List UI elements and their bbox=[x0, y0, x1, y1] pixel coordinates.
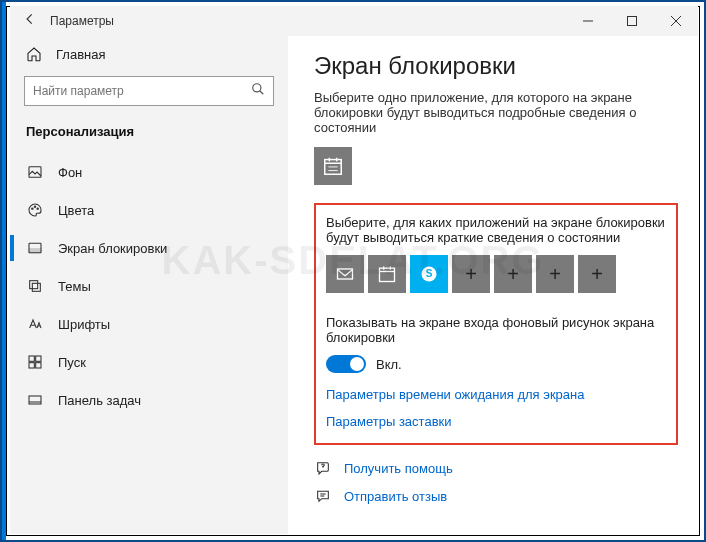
plus-icon: + bbox=[465, 263, 477, 286]
quick-status-tile-mail[interactable] bbox=[326, 255, 364, 293]
svg-rect-18 bbox=[29, 396, 41, 404]
svg-rect-12 bbox=[30, 281, 38, 289]
home-label: Главная bbox=[56, 47, 105, 62]
feedback-icon bbox=[314, 487, 332, 505]
show-lockscreen-bg-toggle[interactable] bbox=[326, 355, 366, 373]
sidebar-item-label: Шрифты bbox=[58, 317, 110, 332]
svg-rect-27 bbox=[380, 268, 395, 281]
home-icon bbox=[26, 46, 42, 62]
get-help-link[interactable]: Получить помощь bbox=[314, 459, 678, 477]
toggle-knob bbox=[350, 357, 364, 371]
sidebar-item-background[interactable]: Фон bbox=[10, 153, 288, 191]
sidebar-item-label: Цвета bbox=[58, 203, 94, 218]
themes-icon bbox=[26, 277, 44, 295]
help-icon bbox=[314, 459, 332, 477]
feedback-link[interactable]: Отправить отзыв bbox=[314, 487, 678, 505]
sidebar-item-colors[interactable]: Цвета bbox=[10, 191, 288, 229]
svg-rect-26 bbox=[338, 269, 353, 279]
sidebar: Главная Персонализация bbox=[10, 36, 288, 534]
lockscreen-icon bbox=[26, 239, 44, 257]
sidebar-item-label: Панель задач bbox=[58, 393, 141, 408]
sidebar-item-start[interactable]: Пуск bbox=[10, 343, 288, 381]
sidebar-item-taskbar[interactable]: Панель задач bbox=[10, 381, 288, 419]
back-button[interactable] bbox=[10, 12, 50, 30]
calendar-icon bbox=[377, 264, 397, 284]
toggle-state: Вкл. bbox=[376, 357, 402, 372]
svg-text:S: S bbox=[426, 268, 433, 279]
search-box[interactable] bbox=[24, 76, 274, 106]
start-icon bbox=[26, 353, 44, 371]
screensaver-link[interactable]: Параметры заставки bbox=[326, 414, 666, 429]
toggle-label: Показывать на экране входа фоновый рисун… bbox=[326, 315, 666, 345]
sidebar-item-lockscreen[interactable]: Экран блокировки bbox=[10, 229, 288, 267]
quick-status-add-tile[interactable]: + bbox=[578, 255, 616, 293]
svg-point-9 bbox=[37, 208, 38, 209]
quick-status-tile-calendar[interactable] bbox=[368, 255, 406, 293]
plus-icon: + bbox=[549, 263, 561, 286]
close-button[interactable] bbox=[654, 6, 698, 36]
svg-point-7 bbox=[32, 208, 33, 209]
calendar-icon bbox=[322, 155, 344, 177]
sidebar-item-fonts[interactable]: Шрифты bbox=[10, 305, 288, 343]
sidebar-item-label: Фон bbox=[58, 165, 82, 180]
plus-icon: + bbox=[507, 263, 519, 286]
svg-point-4 bbox=[253, 84, 261, 92]
quick-status-add-tile[interactable]: + bbox=[536, 255, 574, 293]
detailed-status-app-tile[interactable] bbox=[314, 147, 352, 185]
svg-point-8 bbox=[34, 206, 35, 207]
search-icon bbox=[251, 82, 265, 100]
sidebar-item-label: Пуск bbox=[58, 355, 86, 370]
maximize-button[interactable] bbox=[610, 6, 654, 36]
minimize-button[interactable] bbox=[566, 6, 610, 36]
sidebar-item-themes[interactable]: Темы bbox=[10, 267, 288, 305]
mail-icon bbox=[335, 264, 355, 284]
sidebar-item-label: Темы bbox=[58, 279, 91, 294]
skype-icon: S bbox=[419, 264, 439, 284]
page-heading: Экран блокировки bbox=[314, 52, 678, 80]
home-button[interactable]: Главная bbox=[10, 36, 288, 76]
quick-status-description: Выберите, для каких приложений на экране… bbox=[326, 215, 666, 245]
quick-status-tiles: S++++ bbox=[326, 255, 666, 293]
svg-rect-13 bbox=[32, 283, 40, 291]
quick-status-add-tile[interactable]: + bbox=[452, 255, 490, 293]
annotation-highlight: Выберите, для каких приложений на экране… bbox=[314, 203, 678, 445]
quick-status-tile-skype[interactable]: S bbox=[410, 255, 448, 293]
svg-line-5 bbox=[260, 91, 264, 95]
window-title: Параметры bbox=[50, 14, 114, 28]
svg-rect-16 bbox=[29, 363, 34, 368]
feedback-label: Отправить отзыв bbox=[344, 489, 447, 504]
window-accent-border bbox=[2, 2, 6, 540]
sidebar-item-label: Экран блокировки bbox=[58, 241, 167, 256]
fonts-icon bbox=[26, 315, 44, 333]
get-help-label: Получить помощь bbox=[344, 461, 453, 476]
section-title: Персонализация bbox=[10, 120, 288, 153]
quick-status-add-tile[interactable]: + bbox=[494, 255, 532, 293]
picture-icon bbox=[26, 163, 44, 181]
svg-rect-17 bbox=[36, 363, 41, 368]
taskbar-icon bbox=[26, 391, 44, 409]
palette-icon bbox=[26, 201, 44, 219]
search-input[interactable] bbox=[33, 84, 251, 98]
main-content: Экран блокировки Выберите одно приложени… bbox=[288, 36, 698, 534]
svg-rect-6 bbox=[29, 167, 41, 178]
plus-icon: + bbox=[591, 263, 603, 286]
svg-rect-1 bbox=[628, 17, 637, 26]
screen-timeout-link[interactable]: Параметры времени ожидания для экрана bbox=[326, 387, 666, 402]
detailed-status-description: Выберите одно приложение, для которого н… bbox=[314, 90, 678, 135]
sidebar-nav: Фон Цвета Экран блокировки bbox=[10, 153, 288, 419]
svg-rect-15 bbox=[36, 356, 41, 361]
svg-rect-11 bbox=[29, 249, 41, 253]
svg-rect-14 bbox=[29, 356, 34, 361]
titlebar: Параметры bbox=[10, 6, 698, 36]
